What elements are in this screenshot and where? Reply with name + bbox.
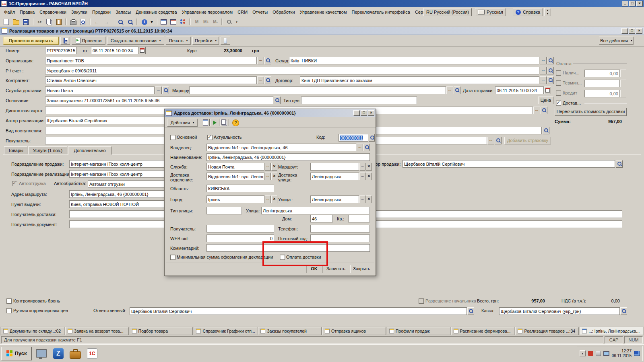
account-open-button[interactable] bbox=[547, 67, 554, 74]
cut-button[interactable] bbox=[35, 18, 44, 26]
credit-amount-button[interactable] bbox=[620, 90, 626, 97]
toolbar-dropdown-button[interactable]: ▾ bbox=[234, 18, 239, 26]
number-field[interactable]: РТРР0270515 bbox=[45, 47, 76, 54]
dialog-route-select-button[interactable]: ... bbox=[359, 163, 365, 171]
service-clear-button[interactable]: × bbox=[271, 163, 277, 171]
web-uid-field[interactable]: 0 bbox=[206, 234, 274, 242]
manager-permission-checkbox[interactable] bbox=[419, 298, 424, 304]
sale-author2-field[interactable]: Щербаков Віталій Сергійович bbox=[402, 160, 615, 168]
region-field[interactable]: КИЇВСЬКА bbox=[206, 185, 274, 192]
post-and-close-button[interactable]: Провести и закрыть bbox=[3, 37, 59, 45]
route-open-button[interactable] bbox=[454, 86, 460, 94]
street1-field[interactable]: Ленінградська bbox=[310, 195, 359, 203]
help-button[interactable]: ?Справка bbox=[513, 8, 543, 16]
warehouse-select-button[interactable]: ... bbox=[540, 57, 547, 64]
tray-expand-button[interactable]: ▴ bbox=[580, 350, 586, 356]
dialog-minimize-button[interactable]: _ bbox=[353, 110, 360, 116]
menu-item-crm[interactable]: CRM bbox=[235, 8, 250, 16]
menu-item-interface-switcher[interactable]: Переключатель интерфейса bbox=[349, 8, 412, 16]
window-tab[interactable]: Заявка на возврат това... bbox=[65, 327, 129, 335]
warehouse-open-button[interactable] bbox=[547, 57, 554, 64]
print-menu-button[interactable]: Печать▾ bbox=[166, 37, 191, 45]
window-tab[interactable]: Подбор товара bbox=[130, 327, 193, 335]
recalc-delivery-button[interactable]: Пересчитать стоимость доставки bbox=[555, 108, 627, 116]
pickup-field[interactable]: Киев, отправка НОВОЙ ПОЧТОЙ bbox=[69, 200, 168, 208]
menu-item-quality[interactable]: Управление качеством bbox=[297, 8, 349, 16]
go-to-button[interactable]: Перейти▾ bbox=[192, 37, 219, 45]
code-open-button[interactable] bbox=[369, 134, 375, 142]
tab-services[interactable]: Услуги (1 поз.) bbox=[28, 146, 67, 154]
cashbox-open-button[interactable] bbox=[620, 307, 627, 315]
cash-amount-button[interactable] bbox=[620, 70, 626, 77]
users-button[interactable] bbox=[178, 18, 188, 26]
memory-add-button[interactable]: М+ bbox=[202, 18, 211, 26]
dialog-route-field[interactable] bbox=[310, 163, 359, 171]
phone-field[interactable] bbox=[310, 225, 370, 232]
warehouse-field[interactable]: Київ_НИВКИ bbox=[289, 57, 539, 64]
delivery-service-field[interactable]: Новая Почта bbox=[45, 86, 155, 94]
open-button[interactable] bbox=[11, 18, 21, 26]
delivery-service-open-button[interactable] bbox=[162, 86, 169, 94]
menu-item-processing[interactable]: Обработки bbox=[270, 8, 297, 16]
delivery-branch-clear-button[interactable]: × bbox=[271, 173, 277, 180]
delivery-branch-select-button[interactable]: ... bbox=[265, 173, 271, 180]
comment-field[interactable] bbox=[206, 244, 370, 252]
find-next-button[interactable] bbox=[126, 18, 135, 26]
credit-amount-field[interactable]: 0,00 bbox=[584, 90, 620, 97]
sales-division-field[interactable]: Інтернет-магазин ITbox колл-центр bbox=[69, 160, 168, 168]
menu-scroll-button[interactable]: ▴▾ bbox=[544, 8, 551, 16]
terminal-amount-field[interactable] bbox=[584, 80, 620, 87]
organization-open-button[interactable] bbox=[264, 57, 271, 64]
min-sum-checkbox[interactable] bbox=[170, 255, 175, 260]
basis-field[interactable]: Заказ покупателя 71-0000173561 от 06.11.… bbox=[45, 97, 273, 104]
terminal-amount-button[interactable] bbox=[620, 80, 626, 87]
buyer-open-button[interactable] bbox=[495, 137, 502, 144]
menu-item-purchases[interactable]: Закупки bbox=[69, 8, 90, 16]
post-button[interactable]: Провести bbox=[72, 37, 105, 45]
dialog-reread-button[interactable] bbox=[201, 119, 210, 126]
save-record-button[interactable]: Записать bbox=[322, 265, 349, 273]
quick-launch-computer[interactable] bbox=[34, 346, 49, 361]
date-field[interactable]: 06.11.2015 10:00:34 bbox=[91, 47, 138, 54]
organization-select-button[interactable]: ... bbox=[257, 57, 264, 64]
find-button[interactable] bbox=[116, 18, 125, 26]
autoprocess-field[interactable]: Автомат отгрузки bbox=[88, 180, 168, 188]
add-insurance-button[interactable]: Добавить страховку bbox=[504, 137, 551, 144]
date-calendar-button[interactable] bbox=[139, 47, 146, 54]
cashbox-field[interactable]: Щербаков Віталій Сергійович (укр_грн) bbox=[499, 307, 620, 315]
code-field[interactable]: 000000001 bbox=[339, 134, 368, 142]
paste-button[interactable] bbox=[54, 18, 64, 26]
responsible-open-button[interactable] bbox=[467, 307, 474, 315]
owner-open-button[interactable] bbox=[363, 144, 370, 151]
ship-date-calendar-button[interactable] bbox=[544, 86, 551, 94]
new-document-button[interactable] bbox=[2, 18, 11, 26]
receipt-type-open-button[interactable] bbox=[543, 127, 549, 134]
copy-button[interactable] bbox=[45, 18, 54, 26]
close-dialog-button[interactable]: Закрыть bbox=[350, 265, 373, 273]
buyer-select-button[interactable]: ... bbox=[487, 137, 494, 144]
window-tab[interactable]: Отправка ящиков bbox=[322, 327, 386, 335]
owner-field[interactable]: Відділення №1: вул. Ленінградська, 46 bbox=[206, 144, 356, 151]
window-tab[interactable]: Реализация товаров ...:34 bbox=[515, 327, 579, 335]
route-select-button[interactable]: ... bbox=[446, 86, 453, 94]
window-tab[interactable]: Заказы покупателей bbox=[258, 327, 322, 335]
credit-checkbox[interactable] bbox=[556, 90, 561, 96]
dialog-help-button[interactable]: ? bbox=[232, 119, 239, 126]
doc-minimize-button[interactable]: _ bbox=[621, 28, 628, 34]
menu-item-edit[interactable]: Правка bbox=[17, 8, 37, 16]
dialog-go-button[interactable] bbox=[211, 119, 219, 126]
contractor-field[interactable]: Стилюк Антон Олегович bbox=[45, 76, 257, 84]
account-select-button[interactable]: ... bbox=[540, 67, 547, 74]
doc-close-button[interactable]: × bbox=[636, 28, 642, 34]
menu-item-sales[interactable]: Продажи bbox=[90, 8, 113, 16]
memory-subtract-button[interactable]: М- bbox=[211, 18, 220, 26]
delivery-pay-checkbox[interactable] bbox=[280, 255, 285, 260]
tray-network-icon[interactable] bbox=[634, 351, 640, 356]
house-field[interactable]: 46 bbox=[310, 215, 333, 222]
cash-checkbox[interactable] bbox=[556, 70, 561, 76]
price-button[interactable]: Цена bbox=[538, 97, 553, 104]
start-button[interactable]: Пуск bbox=[1, 347, 32, 360]
city-field[interactable]: Ірпінь bbox=[206, 195, 264, 203]
window-tab-active[interactable]: ...: Ірпінь, Ленінградська... bbox=[580, 327, 643, 335]
delivery-street-clear-button[interactable]: × bbox=[366, 173, 372, 180]
